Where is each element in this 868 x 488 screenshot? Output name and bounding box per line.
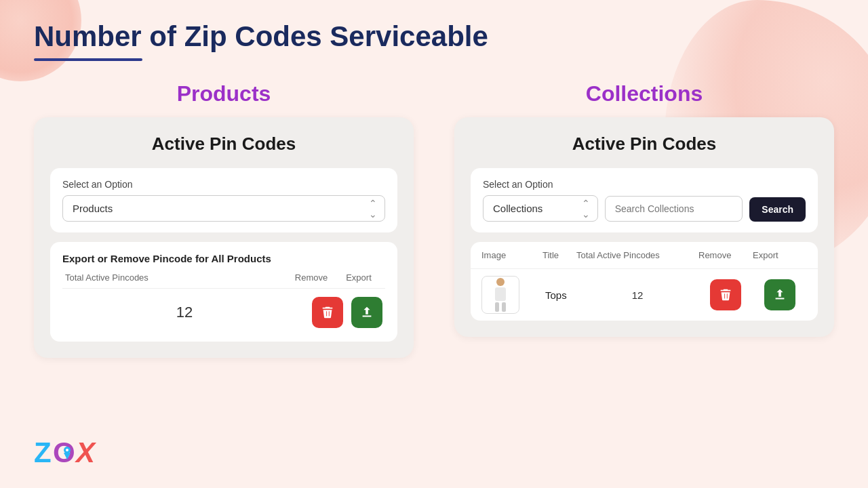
products-active-count: 12: [65, 304, 304, 321]
products-export-section: Export or Remove Pincode for All Product…: [50, 242, 397, 342]
products-export-button[interactable]: [351, 297, 382, 328]
collections-search-input[interactable]: [605, 196, 743, 222]
products-heading: Products: [34, 81, 414, 106]
product-remove-cell: [698, 279, 753, 310]
products-select-section: Select an Option Products Collections ⌃⌄: [50, 168, 397, 232]
export-icon: [359, 305, 374, 320]
logo-svg: Z O X: [34, 435, 102, 468]
collections-heading: Collections: [454, 81, 834, 106]
col-total-header: Total Active Pincodes: [576, 250, 698, 260]
product-figure-icon: [488, 277, 513, 312]
products-select-wrapper: Products Collections ⌃⌄: [62, 195, 385, 222]
title-underline: [34, 58, 142, 61]
trash-icon: [320, 305, 335, 320]
svg-text:O: O: [53, 436, 75, 468]
export-icon: [772, 287, 787, 302]
col-remove-header: Remove: [698, 250, 753, 260]
collections-search-button[interactable]: Search: [749, 197, 806, 222]
svg-rect-2: [495, 302, 499, 312]
svg-text:X: X: [75, 436, 97, 468]
svg-text:Z: Z: [34, 436, 52, 468]
collection-remove-button[interactable]: [710, 279, 741, 310]
products-col-remove: Remove: [288, 272, 335, 283]
collections-select-label: Select an Option: [483, 179, 806, 190]
panels-row: Products Active Pin Codes Select an Opti…: [34, 81, 834, 358]
collections-card-title: Active Pin Codes: [471, 134, 818, 155]
page-title: Number of Zip Codes Serviceable: [34, 20, 834, 53]
product-title-cell: Tops: [542, 289, 576, 301]
col-title-header: Title: [542, 250, 576, 260]
products-card: Active Pin Codes Select an Option Produc…: [34, 117, 414, 358]
collection-export-button[interactable]: [764, 279, 795, 310]
collections-search-wrapper: [605, 196, 743, 222]
svg-rect-1: [495, 287, 506, 301]
collections-select[interactable]: Products Collections: [483, 195, 598, 222]
trash-icon: [718, 287, 733, 302]
products-export-title: Export or Remove Pincode for All Product…: [62, 253, 385, 264]
collections-table-header: Image Title Total Active Pincodes Remove…: [471, 242, 818, 269]
collections-select-wrapper: Products Collections ⌃⌄: [483, 195, 598, 222]
product-export-cell: [753, 279, 807, 310]
svg-point-8: [66, 449, 68, 451]
svg-point-0: [496, 278, 505, 286]
products-remove-button[interactable]: [312, 297, 343, 328]
products-col-total: Total Active Pincodes: [65, 272, 288, 283]
product-image-cell: [481, 276, 542, 314]
collections-select-section: Select an Option Products Collections ⌃⌄: [471, 168, 818, 232]
product-count-cell: 12: [576, 289, 698, 301]
products-table-header: Total Active Pincodes Remove Export: [62, 272, 385, 289]
logo: Z O X: [34, 435, 102, 468]
products-select[interactable]: Products Collections: [62, 195, 385, 222]
table-row: Tops 12: [471, 269, 818, 321]
collections-card: Active Pin Codes Select an Option Produc…: [454, 117, 834, 337]
collections-select-row: Products Collections ⌃⌄ Search: [483, 195, 806, 222]
product-thumbnail: [481, 276, 519, 314]
collections-select-col: Products Collections ⌃⌄: [483, 195, 598, 222]
col-image-header: Image: [481, 250, 542, 260]
products-data-row: 12: [62, 294, 385, 331]
col-export-header: Export: [753, 250, 807, 260]
collections-table: Image Title Total Active Pincodes Remove…: [471, 242, 818, 321]
products-select-label: Select an Option: [62, 179, 385, 190]
collections-panel: Collections Active Pin Codes Select an O…: [454, 81, 834, 337]
products-panel: Products Active Pin Codes Select an Opti…: [34, 81, 414, 358]
products-col-export: Export: [335, 272, 382, 283]
svg-rect-3: [502, 302, 506, 312]
products-card-title: Active Pin Codes: [50, 134, 397, 155]
